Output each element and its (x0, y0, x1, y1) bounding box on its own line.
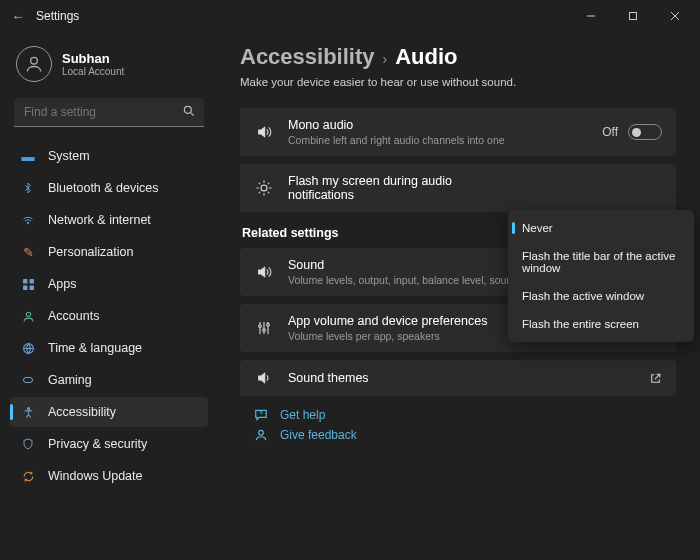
search-icon (182, 104, 196, 118)
flash-screen-card: Flash my screen during audio notificatio… (240, 164, 676, 212)
maximize-icon (628, 11, 638, 21)
breadcrumb: Accessibility › Audio (240, 44, 676, 70)
system-icon: ▬ (20, 148, 36, 164)
sidebar-item-apps[interactable]: Apps (10, 269, 208, 299)
get-help-link[interactable]: Get help (240, 408, 676, 422)
privacy-icon (20, 436, 36, 452)
svg-line-24 (268, 183, 270, 185)
feedback-icon (254, 428, 270, 442)
flash-screen-dropdown[interactable]: Never Flash the title bar of the active … (508, 210, 694, 342)
gaming-icon (20, 372, 36, 388)
minimize-icon (586, 11, 596, 21)
svg-point-4 (31, 57, 38, 64)
chevron-right-icon: › (383, 51, 388, 67)
sidebar-item-label: Accessibility (48, 405, 116, 419)
window-title: Settings (36, 9, 79, 23)
svg-rect-9 (29, 279, 33, 283)
svg-point-29 (263, 329, 266, 332)
accounts-icon (20, 308, 36, 324)
svg-point-31 (259, 430, 264, 435)
sidebar-item-personalization[interactable]: ✎ Personalization (10, 237, 208, 267)
network-icon (20, 212, 36, 228)
close-button[interactable] (654, 0, 696, 32)
accessibility-icon (20, 404, 36, 420)
flash-screen-title: Flash my screen during audio notificatio… (288, 174, 488, 202)
back-button[interactable]: ← (4, 9, 32, 24)
sidebar-item-label: Gaming (48, 373, 92, 387)
sidebar-item-time-language[interactable]: Time & language (10, 333, 208, 363)
svg-line-6 (191, 113, 194, 116)
get-help-label: Get help (280, 408, 325, 422)
mono-audio-desc: Combine left and right audio channels in… (288, 134, 588, 146)
time-language-icon (20, 340, 36, 356)
sidebar-item-label: Accounts (48, 309, 99, 323)
svg-rect-8 (23, 279, 27, 283)
give-feedback-link[interactable]: Give feedback (240, 428, 676, 442)
sidebar-item-label: Network & internet (48, 213, 151, 227)
maximize-button[interactable] (612, 0, 654, 32)
sidebar-item-gaming[interactable]: Gaming (10, 365, 208, 395)
bluetooth-icon (20, 180, 36, 196)
sidebar-item-label: Bluetooth & devices (48, 181, 159, 195)
sidebar-item-label: System (48, 149, 90, 163)
help-icon (254, 408, 270, 422)
svg-line-22 (268, 192, 270, 194)
svg-rect-1 (630, 13, 637, 20)
search-box[interactable] (14, 98, 204, 127)
mono-audio-card: Mono audio Combine left and right audio … (240, 108, 676, 156)
svg-line-23 (259, 192, 261, 194)
sidebar-item-privacy[interactable]: Privacy & security (10, 429, 208, 459)
open-external-icon (649, 372, 662, 385)
speaker-icon (254, 264, 274, 280)
profile-block[interactable]: Subhan Local Account (16, 46, 202, 82)
avatar-icon (16, 46, 52, 82)
settings-window: ← Settings Subhan Local Account (0, 0, 700, 560)
sidebar-item-label: Time & language (48, 341, 142, 355)
mono-audio-title: Mono audio (288, 118, 588, 132)
titlebar: ← Settings (0, 0, 700, 32)
dropdown-option-entire-screen[interactable]: Flash the entire screen (508, 310, 694, 338)
dropdown-option-never[interactable]: Never (508, 214, 694, 242)
minimize-button[interactable] (570, 0, 612, 32)
sidebar-item-windows-update[interactable]: Windows Update (10, 461, 208, 491)
svg-rect-11 (29, 285, 33, 289)
mono-audio-toggle[interactable] (628, 124, 662, 140)
sidebar: Subhan Local Account ▬ System Bluetooth … (0, 32, 218, 560)
svg-rect-10 (23, 285, 27, 289)
speaker-icon (254, 124, 274, 140)
svg-point-30 (267, 323, 270, 326)
search-input[interactable] (14, 98, 204, 127)
sidebar-item-accessibility[interactable]: Accessibility (10, 397, 208, 427)
sound-themes-icon (254, 370, 274, 386)
profile-account: Local Account (62, 66, 124, 77)
give-feedback-label: Give feedback (280, 428, 357, 442)
dropdown-option-titlebar[interactable]: Flash the title bar of the active window (508, 242, 694, 282)
brightness-icon (254, 179, 274, 197)
close-icon (670, 11, 680, 21)
personalization-icon: ✎ (20, 244, 36, 260)
sidebar-item-label: Personalization (48, 245, 133, 259)
page-title: Audio (395, 44, 457, 70)
sidebar-item-label: Privacy & security (48, 437, 147, 451)
svg-line-21 (259, 183, 261, 185)
dropdown-option-active-window[interactable]: Flash the active window (508, 282, 694, 310)
svg-point-7 (27, 222, 29, 224)
sound-themes-title: Sound themes (288, 371, 635, 385)
svg-rect-14 (24, 378, 33, 383)
breadcrumb-parent[interactable]: Accessibility (240, 44, 375, 70)
page-subtitle: Make your device easier to hear or use w… (240, 76, 676, 88)
svg-point-12 (26, 312, 30, 316)
main-content: Accessibility › Audio Make your device e… (218, 32, 700, 560)
svg-point-5 (184, 106, 191, 113)
sidebar-item-system[interactable]: ▬ System (10, 141, 208, 171)
svg-point-15 (27, 407, 29, 409)
sidebar-item-accounts[interactable]: Accounts (10, 301, 208, 331)
mono-audio-state: Off (602, 125, 618, 139)
profile-name: Subhan (62, 51, 124, 66)
windows-update-icon (20, 468, 36, 484)
sound-themes-card[interactable]: Sound themes (240, 360, 676, 396)
sidebar-item-bluetooth[interactable]: Bluetooth & devices (10, 173, 208, 203)
sidebar-item-network[interactable]: Network & internet (10, 205, 208, 235)
sidebar-item-label: Apps (48, 277, 77, 291)
svg-point-16 (261, 185, 267, 191)
